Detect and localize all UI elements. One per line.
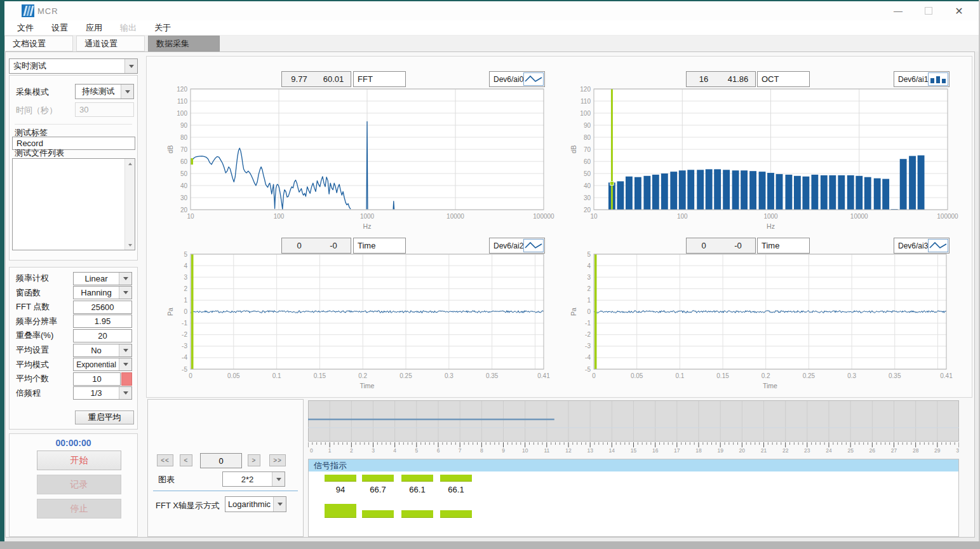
svg-text:0.25: 0.25 (399, 372, 412, 379)
svg-text:21: 21 (761, 447, 767, 453)
param-value: Exponential (74, 360, 119, 369)
acq-time-input: 30 (75, 102, 134, 117)
menu-item[interactable]: 设置 (43, 22, 77, 34)
svg-text:0.05: 0.05 (227, 372, 240, 379)
svg-text:3: 3 (587, 274, 591, 281)
svg-text:30: 30 (180, 194, 188, 201)
test-mode-select[interactable]: 实时测试 (9, 58, 138, 74)
channel-name: Dev6/ai0 (493, 75, 523, 84)
svg-text:0.1: 0.1 (272, 372, 281, 379)
svg-text:5: 5 (587, 251, 591, 258)
chevron-down-icon (119, 387, 131, 399)
param-row: 倍频程1/3 (10, 386, 137, 400)
listbox-scrollbar[interactable] (124, 159, 135, 250)
svg-text:-3: -3 (182, 342, 187, 349)
menu-item[interactable]: 文件 (8, 22, 43, 34)
param-select-5[interactable]: No (73, 344, 132, 357)
param-value: Linear (74, 274, 119, 283)
chevron-down-icon (119, 344, 131, 356)
channel-name: Dev6/ai3 (898, 241, 928, 250)
svg-text:0.41: 0.41 (940, 372, 953, 379)
fft-axis-mode-label: FFT X轴显示方式 (156, 500, 220, 512)
svg-text:1: 1 (328, 447, 332, 453)
line-icon (523, 72, 544, 86)
svg-text:Pa: Pa (570, 308, 577, 316)
param-select-0[interactable]: Linear (73, 272, 132, 285)
svg-text:4: 4 (587, 262, 591, 269)
record-timeline[interactable]: 0123456789101112131415161718192021222324… (308, 400, 959, 453)
minimize-icon: — (894, 6, 903, 16)
svg-text:27: 27 (891, 447, 897, 453)
signal-meter-block (440, 510, 472, 518)
close-button[interactable]: ✕ (944, 1, 974, 20)
oct-chart[interactable]: 2030405060708090100110120101001000100001… (570, 85, 960, 236)
svg-text:100: 100 (177, 110, 187, 117)
tab-1[interactable]: 文档设置 (4, 36, 73, 51)
param-input-3[interactable]: 1.95 (73, 315, 132, 328)
cursor-y-value: 60.01 (316, 74, 351, 84)
scroll-up-icon[interactable] (125, 159, 135, 168)
svg-text:8: 8 (480, 447, 483, 453)
svg-text:Time: Time (360, 382, 375, 390)
param-value: Hanning (74, 288, 119, 297)
svg-text:-1: -1 (585, 320, 591, 327)
page-last-button[interactable]: >> (269, 454, 286, 466)
page-first-button[interactable]: << (157, 454, 173, 466)
param-row: 重叠率(%)20 (10, 329, 137, 342)
svg-text:1: 1 (184, 297, 187, 304)
param-input-2[interactable]: 25600 (73, 301, 132, 314)
page-prev-button[interactable]: < (180, 454, 192, 466)
window-title: MCR (37, 6, 58, 16)
svg-text:3: 3 (372, 447, 375, 453)
test-mode-value: 实时测试 (10, 60, 124, 72)
menu-item[interactable]: 关于 (145, 22, 180, 34)
param-select-1[interactable]: Hanning (73, 286, 132, 299)
window-border-bottom (0, 541, 980, 549)
maximize-button[interactable] (914, 1, 943, 20)
page-number-box[interactable]: 0 (200, 453, 242, 468)
titlebar: MCR — ✕ (4, 1, 979, 20)
svg-text:16: 16 (652, 447, 659, 453)
chevron-down-icon (124, 59, 137, 73)
time1-chart[interactable]: -5-4-3-2-101234500.050.10.150.20.250.30.… (166, 250, 556, 396)
param-input-4[interactable]: 20 (73, 329, 132, 342)
tab-3[interactable]: 数据采集 (148, 36, 220, 51)
acq-mode-select[interactable]: 持续测试 (75, 84, 134, 99)
window-border-left (0, 0, 4, 541)
param-select-6[interactable]: Exponential (73, 358, 132, 371)
svg-text:18: 18 (695, 447, 702, 453)
param-label: 频率分辨率 (10, 316, 73, 327)
close-icon: ✕ (955, 5, 963, 17)
param-label: 重叠率(%) (10, 330, 73, 341)
restart-average-button[interactable]: 重启平均 (75, 410, 134, 424)
param-select-8[interactable]: 1/3 (73, 386, 132, 400)
chart-layout-value: 2*2 (223, 475, 272, 484)
svg-text:-3: -3 (585, 342, 591, 349)
svg-text:0.35: 0.35 (889, 372, 901, 379)
svg-text:14: 14 (609, 447, 615, 453)
time2-chart[interactable]: -5-4-3-2-101234500.050.10.150.20.250.30.… (570, 250, 959, 396)
minimize-button[interactable]: — (883, 1, 913, 20)
tab-2[interactable]: 通道设置 (76, 36, 145, 51)
svg-text:100000: 100000 (533, 213, 554, 220)
param-input-7[interactable]: 10 (73, 372, 121, 386)
menu-item[interactable]: 应用 (77, 22, 111, 34)
svg-text:80: 80 (180, 134, 188, 141)
param-label: 平均个数 (10, 373, 73, 384)
svg-text:1000: 1000 (763, 213, 778, 220)
svg-text:80: 80 (584, 134, 591, 141)
signal-meter-block (401, 510, 433, 518)
chart-layout-select[interactable]: 2*2 (222, 471, 285, 487)
menu-item: 输出 (111, 22, 145, 34)
test-files-listbox[interactable] (12, 158, 135, 250)
svg-text:70: 70 (180, 146, 188, 153)
fft-axis-mode-select[interactable]: Logarithmic (225, 496, 286, 512)
scroll-down-icon[interactable] (125, 240, 135, 250)
chevron-down-icon (119, 287, 131, 299)
svg-text:Pa: Pa (166, 308, 174, 316)
svg-text:1: 1 (587, 297, 591, 304)
page-next-button[interactable]: > (248, 454, 260, 466)
start-button[interactable]: 开始 (37, 451, 121, 470)
svg-text:25: 25 (847, 447, 854, 453)
fft-chart[interactable]: 2030405060708090100110120101001000100001… (166, 85, 556, 236)
